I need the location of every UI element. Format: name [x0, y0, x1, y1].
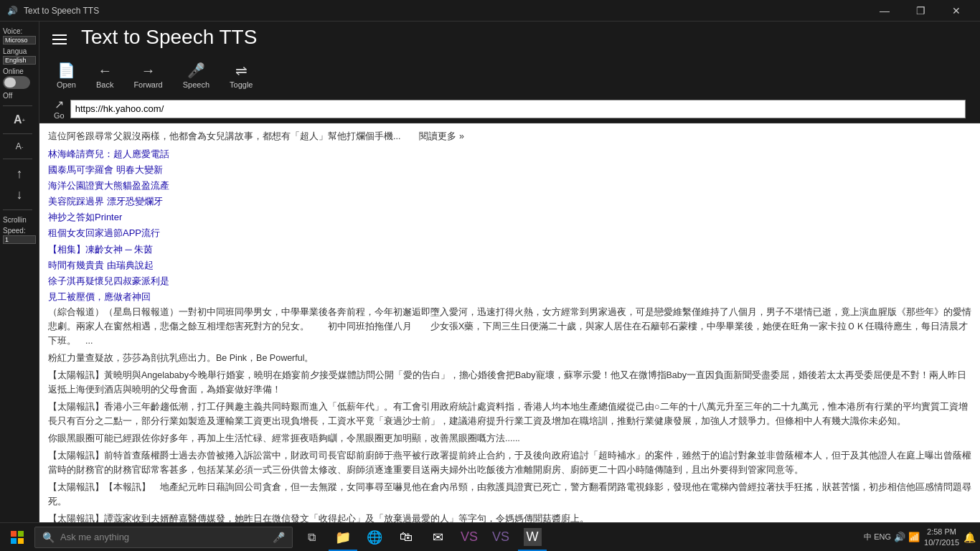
- go-button[interactable]: ↗ Go: [54, 98, 65, 120]
- title-bar-title: Text to Speech TTS: [24, 6, 99, 16]
- vs-icon: VS: [461, 529, 478, 545]
- taskbar-system-tray: 中 ENG 🔊 📶 2:58 PM 10/7/2015 🔔: [859, 527, 980, 547]
- news-list: 林海峰請齊兒：超人應愛電話 國泰馬可孛羅會 明春大變新 海洋公園證實大熊貓盈盈流…: [48, 146, 971, 551]
- tray-icons: 中 ENG 🔊 📶: [864, 532, 920, 542]
- speed-section: Speed: 1: [3, 227, 36, 244]
- font-small[interactable]: A -: [3, 140, 36, 153]
- svg-rect-0: [11, 531, 17, 537]
- main-area: 這位阿爸跟尋常父親沒兩樣，他都會為女兒講故事，都想有「超人」幫他打爛個手機...…: [39, 123, 980, 551]
- scroll-up-arrow: ↑: [17, 166, 23, 182]
- news-item-1[interactable]: 國泰馬可孛羅會 明春大變新: [48, 162, 971, 178]
- news-item-15: 【太陽報訊】前特首查蔭權爵士過去亦曾被捲入訴訟當中，財政司司長官邸前廚師于燕平被…: [48, 448, 971, 477]
- news-item-8[interactable]: 徐子淇再疑懷兒四叔豪派利是: [48, 273, 971, 289]
- off-label: Off: [3, 92, 36, 100]
- app-container: Voice: Microso Langua English Online Off…: [0, 22, 980, 522]
- microphone-icon[interactable]: 🎤: [273, 532, 285, 543]
- news-item-6[interactable]: 【相集】凍齡女神 ─ 朱茵: [48, 242, 971, 258]
- back-label: Back: [96, 80, 113, 89]
- maximize-button[interactable]: ❐: [904, 0, 937, 22]
- hamburger-menu[interactable]: [47, 29, 72, 50]
- news-item-9[interactable]: 見工被壓價，應做者神回: [48, 289, 971, 305]
- taskbar-apps: ⧉ 📁 🌐 🛍 ✉ VS VS W: [293, 524, 551, 551]
- scroll-down-arrow: ↓: [17, 187, 23, 202]
- svg-rect-3: [18, 538, 24, 544]
- svg-rect-2: [11, 538, 17, 544]
- taskbar-search-bar[interactable]: 🔍 Ask me anything 🎤: [34, 527, 293, 548]
- title-bar-left: 🔊 Text to Speech TTS: [7, 6, 99, 16]
- speed-label: Speed:: [3, 227, 36, 235]
- voice-label: Voice:: [3, 27, 36, 35]
- title-bar-controls: — ❐ ✕: [868, 0, 973, 22]
- sidebar-divider-3: [3, 159, 32, 159]
- url-input[interactable]: [70, 100, 966, 118]
- news-item-7[interactable]: 時間有幾貴貴 由瑞典說起: [48, 258, 971, 273]
- language-label: Langua: [3, 47, 36, 55]
- news-item-12: 【太陽報訊】黃曉明與Angelababy今晚舉行婚宴，曉明在婚宴前夕接受媒體訪問…: [48, 368, 971, 397]
- date-display: 10/7/2015: [924, 537, 959, 547]
- news-item-11: 粉紅力量查疑故，莎莎為剖抗乳癌出力。Be Pink，Be Powerful。: [48, 351, 971, 365]
- input-method-icon: 中 ENG: [864, 532, 891, 542]
- news-item-16: 【太陽報訊】【本報訊】 地產紀元昨日藉詢回公司貪倉，但一去無蹤，女同事尋至嚇見他…: [48, 480, 971, 509]
- toggle-button[interactable]: ⇌ Toggle: [220, 59, 263, 92]
- speech-button[interactable]: 🎤 Speech: [173, 59, 220, 92]
- open-button[interactable]: 📄 Open: [47, 59, 86, 92]
- font-small-super: -: [22, 143, 24, 150]
- task-view-icon: ⧉: [308, 531, 316, 544]
- sidebar-divider: [3, 105, 32, 106]
- language-value: English: [3, 56, 36, 65]
- open-label: Open: [57, 80, 76, 89]
- taskbar-vs[interactable]: VS: [455, 524, 484, 551]
- taskbar-edge[interactable]: 🌐: [360, 524, 389, 551]
- back-button[interactable]: ← Back: [86, 60, 123, 92]
- taskbar-task-view[interactable]: ⧉: [297, 524, 326, 551]
- scroll-up[interactable]: ↑: [3, 165, 36, 183]
- taskbar-mail[interactable]: ✉: [423, 524, 452, 551]
- news-item-0[interactable]: 林海峰請齊兒：超人應愛電話: [48, 146, 971, 162]
- sidebar: Voice: Microso Langua English Online Off…: [0, 22, 39, 522]
- news-item-5[interactable]: 租個女友回家過節APP流行: [48, 225, 971, 241]
- news-item-13: 【太陽報訊】香港小三年齡趨低潮，打工仔興趣主義共同時艱而進入「低薪年代」。有工會…: [48, 400, 971, 428]
- news-item-2[interactable]: 海洋公園證實大熊貓盈盈流產: [48, 178, 971, 194]
- open-icon: 📄: [57, 62, 75, 79]
- news-item-14: 你眼黑眼圈可能已經跟佐你好多年，再加上生活忙碌、經常捱夜唔夠瞓，令黑眼圈更加明顯…: [48, 431, 971, 446]
- taskbar: 🔍 Ask me anything 🎤 ⧉ 📁 🌐 🛍 ✉ VS VS W: [0, 522, 980, 551]
- toggle-label: Toggle: [230, 80, 253, 89]
- volume-icon[interactable]: 🔊: [894, 532, 905, 542]
- top-headline: 這位阿爸跟尋常父親沒兩樣，他都會為女兒講故事，都想有「超人」幫他打爛個手機...…: [48, 129, 971, 143]
- online-section: Online: [3, 67, 36, 89]
- app-header: Text to Speech TTS 📄 Open ← Back → Forwa…: [39, 22, 980, 123]
- off-section: Off: [3, 92, 36, 100]
- taskbar-file-explorer[interactable]: 📁: [329, 524, 357, 551]
- taskbar-store[interactable]: 🛍: [392, 524, 420, 551]
- taskbar-vs2[interactable]: VS: [486, 524, 515, 551]
- title-bar: 🔊 Text to Speech TTS — ❐ ✕: [0, 0, 980, 22]
- start-button[interactable]: [0, 523, 34, 552]
- news-item-3[interactable]: 美容院踩過界 漂牙恐變爛牙: [48, 194, 971, 209]
- forward-button[interactable]: → Forward: [123, 60, 172, 92]
- go-icon: ↗: [55, 98, 64, 111]
- toggle-icon: ⇌: [235, 62, 248, 79]
- notification-icon[interactable]: 🔔: [963, 532, 976, 543]
- sidebar-divider-2: [3, 133, 32, 134]
- close-button[interactable]: ✕: [940, 0, 973, 22]
- app-content: Text to Speech TTS 📄 Open ← Back → Forwa…: [39, 22, 980, 522]
- font-large-icon: A: [14, 113, 22, 126]
- scroll-down[interactable]: ↓: [3, 186, 36, 204]
- app-title: Text to Speech TTS: [81, 26, 257, 49]
- font-large[interactable]: A +: [3, 112, 36, 128]
- search-icon: 🔍: [42, 532, 55, 543]
- network-icon[interactable]: 📶: [908, 532, 920, 542]
- content-frame[interactable]: 這位阿爸跟尋常父親沒兩樣，他都會為女兒講故事，都想有「超人」幫他打爛個手機...…: [39, 123, 980, 551]
- taskbar-clock[interactable]: 2:58 PM 10/7/2015: [924, 527, 959, 547]
- news-item-10: （綜合報道）（星島日報報道）一對初中同班同學男女，中學畢業後各奔前程，今年初邂逅…: [48, 305, 971, 348]
- tts-app-icon: W: [524, 528, 542, 546]
- forward-label: Forward: [133, 80, 162, 89]
- taskbar-tts-app[interactable]: W: [518, 524, 547, 551]
- minimize-button[interactable]: —: [868, 0, 901, 22]
- online-toggle[interactable]: [3, 76, 30, 89]
- vs2-icon: VS: [492, 529, 509, 545]
- scrolling-label: Scrollin: [3, 216, 36, 224]
- news-item-4[interactable]: 神抄之答如Printer: [48, 209, 971, 225]
- app-icon: 🔊: [7, 6, 18, 16]
- speed-value: 1: [3, 235, 36, 244]
